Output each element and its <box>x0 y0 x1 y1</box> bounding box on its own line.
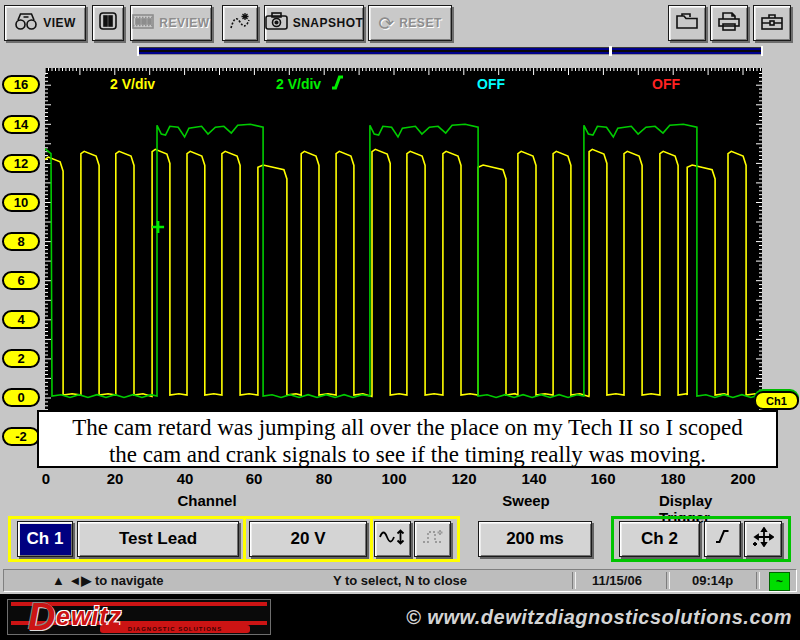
connection-indicator: ~ <box>769 572 790 591</box>
camera-icon <box>265 12 288 34</box>
status-date: 11/15/06 <box>592 570 642 591</box>
signal-scale-button[interactable] <box>374 521 411 557</box>
copyright-url: © www.dewitzdiagnosticsolutions.com <box>406 606 792 629</box>
scale-button-0[interactable]: 0 <box>2 388 40 407</box>
printer-icon <box>717 11 741 35</box>
trigger-source-button[interactable]: Ch 2 <box>619 521 700 557</box>
open-file-button[interactable] <box>668 5 706 41</box>
view-button-label: VIEW <box>43 16 76 30</box>
x-tick: 160 <box>590 470 615 487</box>
x-tick: 60 <box>246 470 263 487</box>
x-tick: 180 <box>660 470 685 487</box>
scale-button-2[interactable]: 2 <box>2 349 40 368</box>
sine-scale-icon <box>379 528 406 551</box>
x-tick: 200 <box>730 470 755 487</box>
move-arrows-icon <box>752 527 774 552</box>
pause-icon <box>99 12 117 34</box>
zoom-cursor-button[interactable] <box>222 5 258 41</box>
x-tick: 80 <box>316 470 333 487</box>
trigger-slope-button[interactable] <box>704 521 741 557</box>
ch4-state-readout: OFF <box>652 76 680 92</box>
status-separator <box>756 572 760 589</box>
buffer-scrollbar-track[interactable] <box>139 47 761 55</box>
volts-scale-button[interactable]: 20 V <box>249 521 367 557</box>
footer: D ewitz DIAGNOSTIC SOLUTIONS © www.dewit… <box>0 594 800 640</box>
x-tick: 20 <box>107 470 124 487</box>
snapshot-button-label: SNAPSHOT <box>293 16 364 30</box>
scale-button-10[interactable]: 10 <box>2 193 40 212</box>
annotation-note: The cam retard was jumping all over the … <box>37 410 778 468</box>
x-tick: 100 <box>381 470 406 487</box>
ghost-waveform-icon <box>421 528 445 551</box>
folder-icon <box>675 12 699 34</box>
status-separator <box>572 572 576 589</box>
channel-select-button[interactable]: Ch 1 <box>17 521 73 557</box>
annotation-line1: The cam retard was jumping all over the … <box>72 415 742 440</box>
status-navigate-hint: ▲ ◄▶ to navigate <box>52 570 164 591</box>
view-button[interactable]: VIEW <box>4 5 86 41</box>
toolbox-button[interactable] <box>753 5 791 41</box>
buffer-scrollbar[interactable] <box>137 46 763 56</box>
ch2-scale-readout: 2 V/div <box>276 76 321 92</box>
annotation-line2: the cam and crank signals to see if the … <box>109 442 706 467</box>
reset-icon: ⟳ <box>378 14 394 33</box>
x-tick: 0 <box>42 470 50 487</box>
snapshot-button[interactable]: SNAPSHOT <box>264 5 364 41</box>
x-tick: 40 <box>177 470 194 487</box>
slope-icon <box>714 528 731 550</box>
waveform-ch1-crank <box>45 149 762 396</box>
pause-button[interactable] <box>92 5 124 41</box>
sweep-section-label: Sweep <box>502 492 550 509</box>
channel-section-label: Channel <box>177 492 236 509</box>
scale-button-neg2[interactable]: -2 <box>2 427 40 446</box>
status-bar: ▲ ◄▶ to navigate Y to select, N to close… <box>3 569 797 592</box>
ch1-position-tag[interactable]: Ch1 <box>754 391 799 410</box>
x-tick: 140 <box>521 470 546 487</box>
review-button-label: REVIEW <box>159 16 209 30</box>
film-icon <box>132 14 154 33</box>
x-tick: 120 <box>451 470 476 487</box>
status-select-hint: Y to select, N to close <box>333 570 467 591</box>
ch3-state-readout: OFF <box>477 76 505 92</box>
probe-select-button[interactable]: Test Lead <box>77 521 239 557</box>
scale-button-14[interactable]: 14 <box>2 115 40 134</box>
scale-button-4[interactable]: 4 <box>2 310 40 329</box>
scale-button-12[interactable]: 12 <box>2 154 40 173</box>
sweep-time-button[interactable]: 200 ms <box>478 521 592 557</box>
status-separator <box>666 572 670 589</box>
status-time: 09:14p <box>692 570 733 591</box>
group-divider <box>370 516 373 562</box>
print-button[interactable] <box>710 5 748 41</box>
dewitz-logo: D ewitz DIAGNOSTIC SOLUTIONS <box>7 599 271 635</box>
logo-subtitle: DIAGNOSTIC SOLUTIONS <box>100 625 250 633</box>
toolbox-icon <box>760 12 784 34</box>
group-divider <box>243 516 246 562</box>
scale-button-8[interactable]: 8 <box>2 232 40 251</box>
invert-signal-button[interactable] <box>414 521 451 557</box>
trigger-point-marker[interactable] <box>152 221 164 233</box>
review-button[interactable]: REVIEW <box>130 5 212 41</box>
reset-button[interactable]: ⟳ RESET <box>368 5 452 41</box>
ch2-trigger-slope-icon <box>330 74 345 94</box>
scale-button-6[interactable]: 6 <box>2 271 40 290</box>
logo-initial: D <box>28 596 55 639</box>
scope-display <box>45 68 762 462</box>
buffer-position-marker[interactable] <box>609 46 612 56</box>
reset-button-label: RESET <box>399 16 442 30</box>
graph-cursor-icon <box>229 11 251 35</box>
ch1-scale-readout: 2 V/div <box>110 76 155 92</box>
trigger-position-button[interactable] <box>744 521 782 557</box>
scale-button-16[interactable]: 16 <box>2 75 40 94</box>
binoculars-icon <box>14 11 38 35</box>
